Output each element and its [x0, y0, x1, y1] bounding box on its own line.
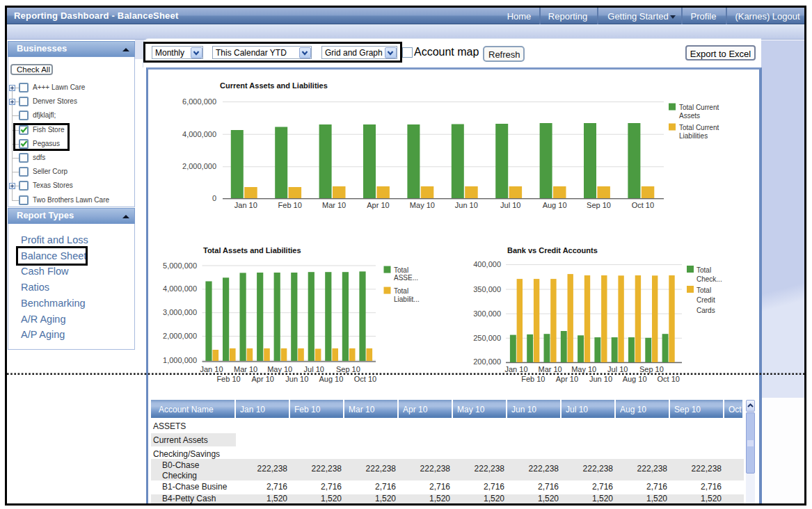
svg-text:Apr 10: Apr 10 — [556, 375, 578, 383]
svg-text:Jun 10: Jun 10 — [285, 375, 308, 383]
svg-text:Sep 10: Sep 10 — [587, 201, 611, 209]
svg-text:300,000: 300,000 — [473, 309, 501, 318]
svg-text:Assets: Assets — [679, 112, 700, 120]
svg-text:ASSE...: ASSE... — [394, 274, 418, 282]
svg-text:Feb 10: Feb 10 — [278, 201, 302, 209]
svg-text:Aug 10: Aug 10 — [543, 201, 567, 209]
svg-text:Total: Total — [394, 287, 408, 295]
svg-text:Check...: Check... — [696, 275, 722, 283]
svg-text:Aug 10: Aug 10 — [623, 375, 647, 383]
svg-text:1,000,000: 1,000,000 — [163, 356, 197, 364]
svg-text:Total: Total — [696, 286, 711, 294]
svg-text:Cards: Cards — [696, 307, 715, 314]
svg-text:Jul 10: Jul 10 — [500, 201, 520, 209]
svg-text:Aug 10: Aug 10 — [319, 375, 343, 383]
svg-text:Current Assets and Liabilities: Current Assets and Liabilities — [220, 81, 328, 90]
svg-text:Liabilit...: Liabilit... — [394, 296, 420, 303]
svg-text:Oct 10: Oct 10 — [354, 375, 376, 383]
svg-text:Total Current: Total Current — [679, 124, 719, 131]
svg-text:Feb 10: Feb 10 — [216, 375, 240, 383]
svg-text:0: 0 — [212, 194, 216, 202]
svg-text:2,000,000: 2,000,000 — [163, 332, 197, 340]
svg-text:Jan 10: Jan 10 — [234, 201, 257, 209]
svg-text:2,000,000: 2,000,000 — [182, 162, 216, 170]
svg-text:Oct 10: Oct 10 — [657, 375, 679, 383]
svg-text:4,000,000: 4,000,000 — [182, 130, 216, 138]
svg-text:Jun 10: Jun 10 — [589, 375, 612, 383]
svg-text:May 10: May 10 — [410, 201, 435, 209]
svg-text:250,000: 250,000 — [473, 334, 501, 342]
svg-text:200,000: 200,000 — [473, 357, 501, 366]
svg-text:6,000,000: 6,000,000 — [182, 97, 216, 106]
svg-text:Bank vs Credit Accounts: Bank vs Credit Accounts — [507, 246, 598, 255]
svg-text:350,000: 350,000 — [473, 285, 501, 293]
svg-text:Liabilities: Liabilities — [679, 132, 708, 140]
svg-text:Feb 10: Feb 10 — [521, 375, 545, 383]
svg-text:Oct 10: Oct 10 — [632, 201, 654, 209]
svg-text:Apr 10: Apr 10 — [251, 375, 273, 383]
svg-text:Total Current: Total Current — [679, 104, 719, 111]
svg-text:Credit: Credit — [696, 296, 715, 304]
svg-text:Total Assets and Liabilities: Total Assets and Liabilities — [203, 246, 301, 255]
svg-text:Jun 10: Jun 10 — [455, 201, 478, 209]
svg-text:Total: Total — [696, 266, 711, 274]
svg-text:Mar 10: Mar 10 — [322, 201, 346, 209]
svg-text:5,000,000: 5,000,000 — [163, 261, 197, 270]
svg-text:Total: Total — [394, 266, 408, 274]
svg-text:4,000,000: 4,000,000 — [163, 284, 197, 293]
svg-text:3,000,000: 3,000,000 — [163, 308, 197, 316]
svg-text:400,000: 400,000 — [473, 260, 501, 268]
svg-text:Apr 10: Apr 10 — [367, 201, 389, 209]
